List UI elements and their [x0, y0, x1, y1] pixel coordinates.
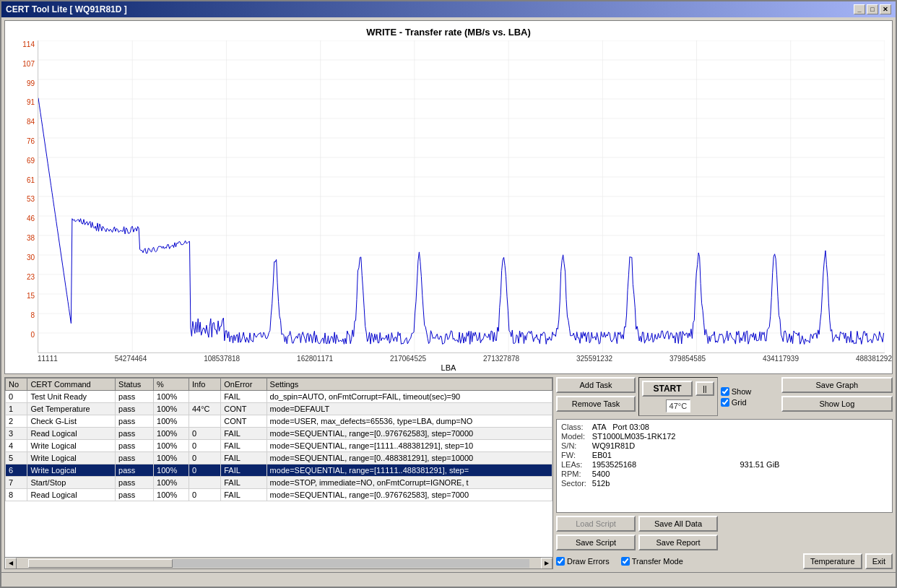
leas-value: 1953525168: [592, 460, 734, 469]
y-axis-label: 91: [27, 98, 35, 106]
leas-label: LEAs:: [561, 460, 586, 469]
y-axis-label: 0: [30, 331, 35, 339]
start-button[interactable]: START: [642, 381, 693, 397]
show-log-button[interactable]: Show Log: [781, 396, 893, 412]
y-axis-label: 69: [27, 157, 35, 165]
transfer-mode-checkbox[interactable]: [621, 557, 630, 566]
sector-value: 512b: [592, 479, 888, 488]
grid-label: Grid: [732, 398, 747, 407]
y-axis-label: 38: [27, 234, 35, 242]
draw-errors-row: Draw Errors: [556, 557, 610, 566]
save-script-button[interactable]: Save Script: [556, 535, 636, 550]
table-row[interactable]: 1Get Temperaturepass100%44°CCONTmode=DEF…: [6, 403, 552, 415]
show-label: Show: [732, 387, 752, 396]
table-header: No CERT Command Status % Info OnError Se…: [6, 379, 552, 391]
x-axis-labels: 1111154274464108537818162801171217064525…: [5, 353, 892, 363]
graph-area: 11410799918476696153463830231580: [5, 40, 892, 353]
start-panel: START || 47°C: [638, 377, 718, 416]
graph-title: WRITE - Transfer rate (MB/s vs. LBA): [5, 21, 892, 40]
y-axis-label: 107: [22, 60, 35, 68]
title-bar: CERT Tool Lite [ WQ91R81D ] _ □ ✕: [1, 1, 896, 17]
x-axis-label: 11111: [38, 355, 58, 363]
table-row[interactable]: 6Write Logicalpass100%0FAILmode=SEQUENTI…: [6, 464, 552, 477]
main-content: WRITE - Transfer rate (MB/s vs. LBA) 114…: [1, 17, 896, 572]
y-axis: 11410799918476696153463830231580: [5, 40, 38, 353]
close-button[interactable]: ✕: [880, 4, 891, 14]
remove-task-button[interactable]: Remove Task: [556, 396, 636, 412]
temperature-button[interactable]: Temperature: [803, 553, 862, 569]
col-cmd: CERT Command: [27, 379, 116, 391]
y-axis-label: 23: [27, 273, 35, 281]
transfer-mode-row: Transfer Mode: [621, 557, 683, 566]
pause-button[interactable]: ||: [696, 381, 714, 396]
load-script-button[interactable]: Load Script: [556, 516, 636, 532]
y-axis-label: 46: [27, 215, 35, 222]
title-bar-buttons: _ □ ✕: [854, 4, 891, 14]
col-pct: %: [154, 379, 189, 391]
y-axis-label: 114: [22, 40, 35, 48]
col-settings: Settings: [266, 379, 552, 391]
table-row[interactable]: 5Write Logicalpass100%0FAILmode=SEQUENTI…: [6, 452, 552, 464]
add-task-button[interactable]: Add Task: [556, 377, 636, 393]
maximize-button[interactable]: □: [867, 4, 878, 14]
window-title: CERT Tool Lite [ WQ91R81D ]: [6, 4, 127, 14]
final-buttons: Temperature Exit: [803, 553, 893, 569]
main-window: CERT Tool Lite [ WQ91R81D ] _ □ ✕ WRITE …: [0, 0, 897, 588]
x-axis-label: 434117939: [763, 355, 799, 363]
script-data-buttons: Load Script Save Script Save All Data Sa…: [556, 516, 893, 550]
table-row[interactable]: 8Read Logicalpass100%0FAILmode=SEQUENTIA…: [6, 489, 552, 501]
table-row[interactable]: 3Read Logicalpass100%0FAILmode=SEQUENTIA…: [6, 428, 552, 440]
table-row[interactable]: 2Check G-Listpass100%CONTmode=USER, max_…: [6, 415, 552, 428]
scroll-left-btn[interactable]: ◀: [5, 558, 17, 569]
minimize-button[interactable]: _: [854, 4, 865, 14]
scrollbar-thumb[interactable]: [28, 559, 173, 568]
col-status: Status: [116, 379, 154, 391]
control-row-bottom: Draw Errors Transfer Mode Temperature Ex…: [556, 553, 893, 569]
show-grid-panel: Show Grid: [721, 377, 779, 416]
table-container: No CERT Command Status % Info OnError Se…: [4, 377, 553, 569]
table-row[interactable]: 4Write Logicalpass100%0FAILmode=SEQUENTI…: [6, 440, 552, 452]
sn-label: S/N:: [561, 441, 586, 450]
bottom-checkboxes: Draw Errors Transfer Mode: [556, 555, 683, 568]
table-scroll[interactable]: No CERT Command Status % Info OnError Se…: [5, 378, 552, 557]
bottom-section: No CERT Command Status % Info OnError Se…: [4, 377, 893, 569]
control-row-1: Add Task Remove Task START || 47°C S: [556, 377, 893, 416]
x-axis-label: 379854585: [670, 355, 706, 363]
col-no: No: [6, 379, 27, 391]
x-axis-title: LBA: [5, 363, 892, 373]
info-panel: Class: ATA Port 03:08 Model: ST1000LM035…: [556, 419, 893, 513]
draw-errors-checkbox[interactable]: [556, 557, 565, 566]
y-axis-label: 84: [27, 118, 35, 126]
save-graph-button[interactable]: Save Graph: [781, 377, 893, 393]
grid-checkbox[interactable]: [721, 398, 729, 407]
save-report-button[interactable]: Save Report: [638, 535, 718, 550]
y-axis-label: 8: [30, 311, 35, 319]
save-all-data-button[interactable]: Save All Data: [638, 516, 718, 532]
show-checkbox[interactable]: [721, 387, 729, 396]
y-axis-label: 76: [27, 137, 35, 145]
x-axis-label: 325591232: [576, 355, 612, 363]
scrollbar-track[interactable]: [28, 559, 529, 568]
y-axis-label: 53: [27, 195, 35, 203]
fw-label: FW:: [561, 451, 586, 459]
y-axis-label: 61: [27, 176, 35, 184]
table-row[interactable]: 7Start/Stoppass100%FAILmode=STOP, immedi…: [6, 477, 552, 489]
class-value: ATA Port 03:08: [592, 423, 734, 431]
script-buttons: Load Script Save Script: [556, 516, 636, 550]
sn-value: WQ91R81D: [592, 441, 888, 450]
exit-button[interactable]: Exit: [865, 553, 893, 569]
table-row[interactable]: 0Test Unit Readypass100%FAILdo_spin=AUTO…: [6, 391, 552, 403]
fw-value: EB01: [592, 451, 888, 459]
model-value: ST1000LM035-1RK172: [592, 432, 888, 441]
graph-buttons: Save Graph Show Log: [781, 377, 893, 416]
graph-plot: [38, 40, 885, 353]
rpm-label: RPM:: [561, 470, 586, 478]
class-label: Class:: [561, 423, 586, 431]
graph-container: WRITE - Transfer rate (MB/s vs. LBA) 114…: [4, 20, 893, 374]
x-axis-label: 217064525: [390, 355, 426, 363]
scrollbar-x[interactable]: ◀ ▶: [5, 557, 552, 568]
table-body: 0Test Unit Readypass100%FAILdo_spin=AUTO…: [6, 391, 552, 501]
x-axis-label: 488381292: [856, 355, 892, 363]
scroll-right-btn[interactable]: ▶: [541, 558, 552, 569]
x-axis-label: 108537818: [204, 355, 240, 363]
